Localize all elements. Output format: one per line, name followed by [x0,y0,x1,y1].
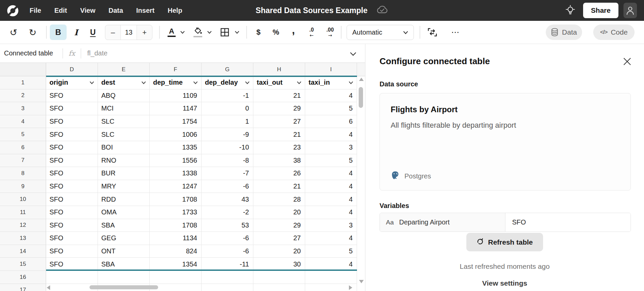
data-cell[interactable]: -6 [202,232,253,245]
lightbulb-icon[interactable] [565,5,576,17]
data-cell[interactable]: 30 [253,258,305,271]
data-cell[interactable]: 28 [253,193,305,206]
data-cell[interactable]: SFO [46,206,98,219]
field-header-cell[interactable]: dep_time [150,76,202,89]
data-cell[interactable]: 1754 [150,115,202,128]
data-cell[interactable]: SFO [46,141,98,154]
font-size-increase-button[interactable]: + [137,25,152,40]
menu-item-help[interactable]: Help [168,7,182,14]
row-number-5[interactable]: 5 [0,128,46,141]
data-cell[interactable]: 1338 [150,167,202,180]
data-cell[interactable]: 27 [253,232,305,245]
data-cell[interactable]: 824 [150,245,202,258]
data-cell[interactable]: SFO [46,245,98,258]
data-cell[interactable]: 20 [253,206,305,219]
data-cell[interactable]: 1109 [150,89,202,102]
data-cell[interactable]: 4 [305,128,357,141]
row-number-6[interactable]: 6 [0,141,46,154]
menu-item-insert[interactable]: Insert [136,7,154,14]
data-cell[interactable]: GEG [98,232,150,245]
field-header-cell[interactable]: origin [46,76,98,89]
data-cell[interactable]: 4 [305,193,357,206]
data-cell[interactable]: SFO [46,180,98,193]
data-cell[interactable]: 3 [305,141,357,154]
data-cell[interactable] [150,271,202,284]
row-number-11[interactable]: 11 [0,206,46,219]
borders-icon[interactable] [218,25,231,40]
italic-button[interactable]: I [69,25,83,40]
data-cell[interactable]: -8 [202,154,253,167]
data-cell[interactable]: 0 [202,102,253,115]
data-cell[interactable]: -1 [202,89,253,102]
sync-swap-icon[interactable] [425,25,440,40]
data-cell[interactable]: SFO [46,89,98,102]
data-source-card[interactable]: Flights by Airport All flights filterabl… [380,93,631,191]
menu-item-edit[interactable]: Edit [54,7,67,14]
row-number-17[interactable]: 17 [0,284,46,291]
scroll-right-icon[interactable] [349,285,352,290]
data-cell[interactable] [202,271,253,284]
currency-format-button[interactable]: $ [252,25,265,40]
more-options-icon[interactable]: ⋯ [449,25,461,40]
horizontal-scrollbar[interactable] [46,285,357,290]
data-cell[interactable]: RDD [98,193,150,206]
data-cell[interactable]: -7 [202,167,253,180]
field-header-cell[interactable]: taxi_in [305,76,357,89]
data-cell[interactable]: 29 [253,219,305,232]
data-panel-button[interactable]: Data [546,25,582,40]
data-cell[interactable]: MRY [98,180,150,193]
data-cell[interactable]: 21 [253,180,305,193]
data-cell[interactable]: 1006 [150,128,202,141]
horizontal-scrollbar-thumb[interactable] [90,285,158,289]
menu-item-data[interactable]: Data [108,7,123,14]
underline-button[interactable]: U [85,25,100,40]
data-cell[interactable]: 21 [253,89,305,102]
data-cell[interactable] [46,271,98,284]
data-cell[interactable]: 4 [305,167,357,180]
scroll-up-icon[interactable] [359,78,364,81]
data-cell[interactable]: SFO [46,128,98,141]
data-cell[interactable]: SFO [46,167,98,180]
data-cell[interactable]: 1134 [150,232,202,245]
data-cell[interactable]: 1556 [150,154,202,167]
row-number-10[interactable]: 10 [0,193,46,206]
data-cell[interactable]: SFO [46,154,98,167]
comma-format-button[interactable]: , [287,22,300,38]
font-size-decrease-button[interactable]: – [105,25,120,40]
data-cell[interactable]: 5 [305,245,357,258]
row-number-13[interactable]: 13 [0,232,46,245]
decrease-decimal-button[interactable]: .0← [304,25,319,40]
row-number-2[interactable]: 2 [0,89,46,102]
close-icon[interactable] [622,57,632,66]
vertical-scrollbar[interactable] [357,77,365,284]
data-cell[interactable]: -10 [202,141,253,154]
row-number-8[interactable]: 8 [0,167,46,180]
row-number-1[interactable]: 1 [0,76,46,89]
data-cell[interactable]: SFO [46,193,98,206]
fill-color-chevron-icon[interactable] [206,25,213,40]
column-header-F[interactable]: F [150,63,202,76]
data-cell[interactable]: 53 [202,219,253,232]
bold-button[interactable]: B [50,25,67,40]
data-cell[interactable]: 4 [305,206,357,219]
avatar-button[interactable] [623,3,637,18]
column-header-H[interactable]: H [253,63,305,76]
data-cell[interactable]: SFO [46,115,98,128]
data-cell[interactable]: -2 [202,206,253,219]
data-cell[interactable]: 3 [305,219,357,232]
increase-decimal-button[interactable]: .00→ [322,25,338,40]
data-cell[interactable]: -9 [202,128,253,141]
data-cell[interactable]: 5 [305,102,357,115]
text-color-chevron-icon[interactable] [179,25,186,40]
data-cell[interactable]: 4 [305,180,357,193]
data-cell[interactable]: ABQ [98,89,150,102]
data-cell[interactable]: 1147 [150,102,202,115]
data-cell[interactable]: 4 [305,89,357,102]
app-logo-icon[interactable] [6,4,20,17]
data-cell[interactable]: BOI [98,141,150,154]
percent-format-button[interactable]: % [269,25,283,40]
data-cell[interactable]: 1335 [150,141,202,154]
data-cell[interactable]: 20 [253,245,305,258]
row-number-12[interactable]: 12 [0,219,46,232]
vertical-scrollbar-thumb[interactable] [359,87,363,108]
